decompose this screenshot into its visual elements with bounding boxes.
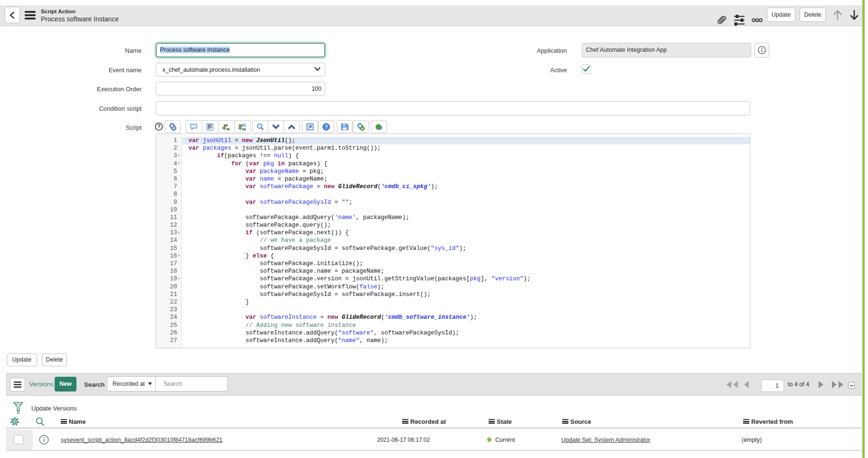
svg-text:?: ?: [157, 124, 160, 129]
svg-text:ac: ac: [226, 127, 230, 131]
svg-text:?: ?: [325, 124, 328, 130]
